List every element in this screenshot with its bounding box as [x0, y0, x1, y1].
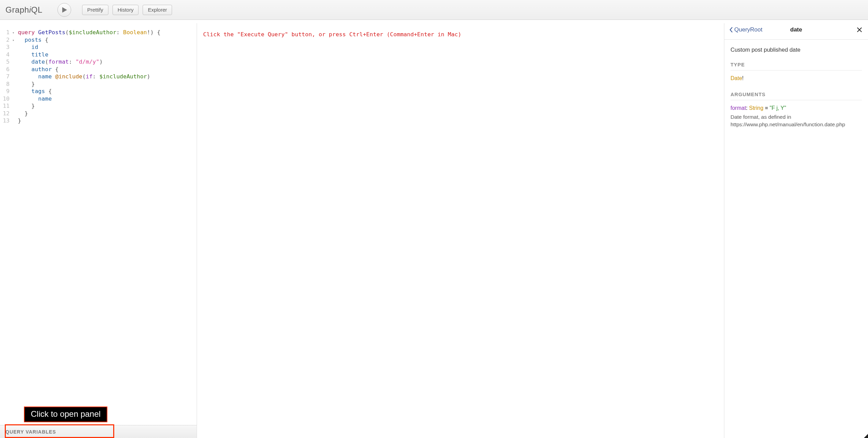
docs-type-value: Date!	[731, 75, 862, 81]
docs-pane: QueryRoot date Custom post published dat…	[724, 20, 868, 438]
docs-arg-type-link[interactable]: String	[749, 105, 763, 111]
docs-type-required: !	[742, 75, 744, 81]
query-editor[interactable]: 12345678910111213 query GetPosts($includ…	[0, 23, 197, 425]
main-area: 12345678910111213 query GetPosts($includ…	[0, 20, 868, 438]
docs-body: Custom post published date Type Date! Ar…	[724, 40, 868, 135]
history-button[interactable]: History	[113, 5, 139, 15]
docs-close-button[interactable]	[856, 26, 863, 34]
docs-header: QueryRoot date	[724, 20, 868, 40]
logo-pre: Graph	[5, 5, 29, 14]
query-code[interactable]: query GetPosts($includeAuthor: Boolean!)…	[16, 23, 197, 425]
docs-args-heading: Arguments	[731, 92, 862, 100]
play-icon	[62, 7, 67, 13]
app-logo: GraphiQL	[5, 5, 42, 15]
docs-type-heading: Type	[731, 62, 862, 70]
chevron-left-icon	[729, 27, 733, 33]
prettify-button[interactable]: Prettify	[82, 5, 108, 15]
execute-button[interactable]	[57, 3, 71, 17]
line-gutter: 12345678910111213	[0, 23, 16, 425]
annotation-tooltip: Click to open panel	[24, 407, 107, 422]
toolbar-buttons: Prettify History Explorer	[82, 5, 172, 15]
docs-arg-eq: =	[763, 105, 770, 111]
logo-post: QL	[31, 5, 42, 14]
result-placeholder-text: Click the "Execute Query" button, or pre…	[203, 31, 718, 38]
docs-arg-name[interactable]: format	[731, 105, 746, 111]
query-variables-bar[interactable]: Query Variables	[0, 425, 197, 438]
docs-type-link[interactable]: Date	[731, 75, 742, 81]
topbar: GraphiQL Prettify History Explorer	[0, 0, 868, 20]
docs-arguments: format: String = "F j, Y" Date format, a…	[731, 105, 862, 128]
docs-arg-sep: :	[746, 105, 749, 111]
docs-back-button[interactable]: QueryRoot	[729, 26, 762, 33]
query-editor-column: 12345678910111213 query GetPosts($includ…	[0, 23, 197, 438]
resize-handle[interactable]	[863, 433, 868, 438]
docs-back-label: QueryRoot	[734, 26, 762, 33]
docs-arg-default: "F j, Y"	[770, 105, 786, 111]
docs-arg-description: Date format, as defined in https://www.p…	[731, 113, 862, 128]
result-pane: Click the "Execute Query" button, or pre…	[197, 23, 724, 438]
explorer-button[interactable]: Explorer	[143, 5, 172, 15]
close-icon	[856, 27, 863, 33]
docs-description: Custom post published date	[731, 47, 862, 53]
docs-arg-row: format: String = "F j, Y"	[731, 105, 862, 111]
